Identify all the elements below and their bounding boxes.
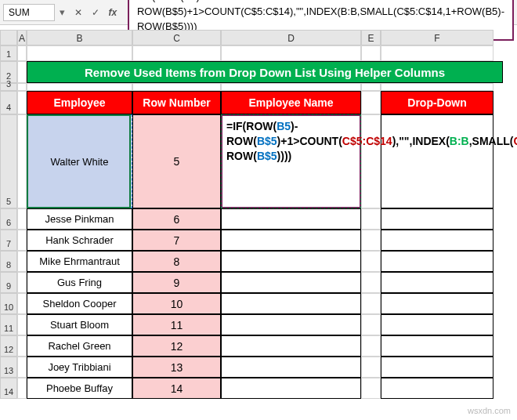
cell[interactable] (17, 91, 27, 114)
row-header[interactable]: 13 (0, 357, 17, 378)
col-header-f[interactable]: F (381, 30, 494, 45)
cell[interactable] (361, 378, 381, 399)
cell[interactable] (221, 45, 361, 61)
cell[interactable] (361, 114, 381, 208)
dropdown-cell[interactable] (381, 357, 494, 378)
employee-name-cell[interactable] (221, 208, 361, 230)
row-number-cell[interactable]: 14 (132, 378, 221, 399)
dropdown-cell[interactable] (381, 272, 494, 293)
col-header-c[interactable]: C (132, 30, 221, 45)
cell[interactable] (132, 45, 221, 61)
row-number-cell[interactable]: 12 (132, 335, 221, 357)
cell[interactable] (17, 61, 27, 83)
cell[interactable] (361, 357, 381, 378)
row-number-cell[interactable]: 10 (132, 293, 221, 314)
header-employee-name[interactable]: Employee Name (221, 91, 361, 114)
cell[interactable] (132, 83, 221, 91)
employee-name-cell[interactable] (221, 272, 361, 293)
row-header[interactable]: 8 (0, 251, 17, 272)
col-header-a[interactable]: A (17, 30, 27, 45)
dropdown-cell[interactable] (381, 251, 494, 272)
cell[interactable] (361, 230, 381, 251)
row-header[interactable]: 3 (0, 83, 17, 91)
cell[interactable] (361, 83, 381, 91)
row-header[interactable]: 6 (0, 208, 17, 230)
row-header[interactable]: 5 (0, 114, 17, 208)
employee-cell[interactable]: Jesse Pinkman (27, 208, 132, 230)
cell[interactable] (361, 335, 381, 357)
select-all-corner[interactable] (0, 30, 17, 45)
cancel-icon[interactable]: ✕ (73, 7, 84, 18)
dropdown-cell[interactable] (381, 114, 494, 208)
name-box-dropdown-icon[interactable]: ▾ (58, 6, 67, 18)
employee-name-cell[interactable] (221, 357, 361, 378)
employee-name-cell[interactable] (221, 378, 361, 399)
row-header[interactable]: 14 (0, 378, 17, 399)
accept-icon[interactable]: ✓ (90, 7, 101, 18)
cell[interactable] (361, 293, 381, 314)
employee-cell[interactable]: Gus Fring (27, 272, 132, 293)
employee-name-cell[interactable] (221, 230, 361, 251)
cell[interactable] (17, 230, 27, 251)
cell[interactable] (17, 251, 27, 272)
cell[interactable] (17, 293, 27, 314)
row-header[interactable]: 1 (0, 45, 17, 61)
dropdown-cell[interactable] (381, 208, 494, 230)
employee-cell[interactable]: Hank Schrader (27, 230, 132, 251)
cell[interactable] (361, 208, 381, 230)
dropdown-cell[interactable] (381, 230, 494, 251)
dropdown-cell[interactable] (381, 314, 494, 335)
employee-cell[interactable]: Phoebe Buffay (27, 378, 132, 399)
fx-icon[interactable]: fx (107, 7, 118, 18)
employee-cell[interactable]: Sheldon Cooper (27, 293, 132, 314)
employee-cell[interactable]: Stuart Bloom (27, 314, 132, 335)
row-number-cell[interactable]: 13 (132, 357, 221, 378)
cell[interactable] (27, 83, 132, 91)
employee-name-cell[interactable] (221, 335, 361, 357)
col-header-d[interactable]: D (221, 30, 361, 45)
employee-name-cell[interactable] (221, 293, 361, 314)
row-number-cell[interactable]: 9 (132, 272, 221, 293)
cell[interactable] (361, 91, 381, 114)
cell[interactable] (361, 272, 381, 293)
employee-cell[interactable]: Rachel Green (27, 335, 132, 357)
employee-cell[interactable]: Joey Tribbiani (27, 357, 132, 378)
row-number-cell[interactable]: 6 (132, 208, 221, 230)
col-header-e[interactable]: E (361, 30, 381, 45)
cell[interactable] (17, 335, 27, 357)
employee-name-cell[interactable] (221, 314, 361, 335)
cell[interactable] (17, 357, 27, 378)
row-header[interactable]: 12 (0, 335, 17, 357)
row-number-cell[interactable]: 11 (132, 314, 221, 335)
cell[interactable] (17, 314, 27, 335)
row-number-cell[interactable]: 8 (132, 251, 221, 272)
row-header[interactable]: 9 (0, 272, 17, 293)
cell[interactable] (381, 83, 494, 91)
cell[interactable] (361, 314, 381, 335)
cell[interactable] (361, 251, 381, 272)
employee-cell[interactable]: Walter White (27, 114, 132, 208)
title-cell[interactable]: Remove Used Items from Drop Down List Us… (27, 61, 503, 83)
cell[interactable] (17, 272, 27, 293)
cell[interactable] (17, 83, 27, 91)
cell[interactable] (17, 114, 27, 208)
cell[interactable] (381, 45, 494, 61)
header-row-number[interactable]: Row Number (132, 91, 221, 114)
cell[interactable] (17, 45, 27, 61)
row-header[interactable]: 7 (0, 230, 17, 251)
row-header[interactable]: 4 (0, 91, 17, 114)
name-box[interactable]: SUM (3, 4, 55, 21)
employee-cell[interactable]: Mike Ehrmantraut (27, 251, 132, 272)
cell[interactable] (17, 208, 27, 230)
cell[interactable] (17, 378, 27, 399)
header-drop-down[interactable]: Drop-Down (381, 91, 494, 114)
in-cell-formula-edit[interactable]: =IF(ROW(B5)-ROW(B$5)+1>COUNT(C$5:C$14),"… (221, 114, 361, 208)
dropdown-cell[interactable] (381, 293, 494, 314)
dropdown-cell[interactable] (381, 378, 494, 399)
cell[interactable] (27, 45, 132, 61)
cell[interactable] (221, 83, 361, 91)
row-header[interactable]: 11 (0, 314, 17, 335)
employee-name-cell[interactable] (221, 251, 361, 272)
row-header[interactable]: 10 (0, 293, 17, 314)
dropdown-cell[interactable] (381, 335, 494, 357)
